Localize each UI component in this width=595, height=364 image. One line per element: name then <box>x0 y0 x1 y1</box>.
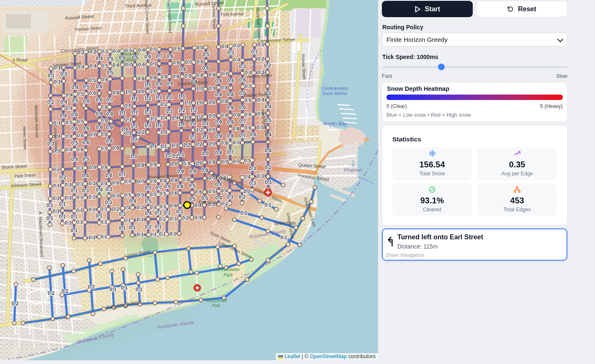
svg-text:0.2: 0.2 <box>48 290 55 296</box>
svg-text:0.1: 0.1 <box>53 195 60 201</box>
svg-text:0.3: 0.3 <box>106 187 113 192</box>
svg-text:0.4: 0.4 <box>124 205 131 211</box>
svg-text:0.6: 0.6 <box>202 65 209 71</box>
svg-text:0.6: 0.6 <box>173 60 180 66</box>
svg-text:0.2: 0.2 <box>240 210 247 216</box>
svg-text:0.4: 0.4 <box>265 104 272 110</box>
svg-text:0.4: 0.4 <box>96 56 103 62</box>
svg-text:0.1: 0.1 <box>65 195 72 201</box>
svg-text:0.7: 0.7 <box>124 179 131 185</box>
svg-text:1.2: 1.2 <box>183 142 191 148</box>
svg-text:1.0: 1.0 <box>209 127 216 133</box>
svg-text:0.8: 0.8 <box>215 150 222 156</box>
svg-text:0.9: 0.9 <box>189 169 196 174</box>
svg-text:0.4: 0.4 <box>71 156 78 162</box>
svg-text:0.6: 0.6 <box>227 78 234 84</box>
svg-text:1.2: 1.2 <box>166 95 173 100</box>
svg-text:0.8: 0.8 <box>101 131 108 137</box>
svg-text:0.8: 0.8 <box>138 76 145 82</box>
svg-text:0.8: 0.8 <box>233 126 240 132</box>
svg-text:0.3: 0.3 <box>77 165 84 171</box>
svg-text:0.4: 0.4 <box>60 99 67 105</box>
svg-text:0.8: 0.8 <box>179 67 186 72</box>
svg-text:0.5: 0.5 <box>77 119 84 125</box>
svg-text:0.2: 0.2 <box>221 201 228 207</box>
svg-text:0.9: 0.9 <box>101 118 108 124</box>
svg-text:0.1: 0.1 <box>100 206 108 212</box>
svg-text:0.4: 0.4 <box>215 182 222 187</box>
svg-text:0.3: 0.3 <box>170 216 177 222</box>
svg-text:0.6: 0.6 <box>195 189 202 195</box>
svg-text:0.4: 0.4 <box>82 173 89 179</box>
svg-text:0.1: 0.1 <box>89 207 96 213</box>
svg-text:1.2: 1.2 <box>196 127 203 133</box>
svg-text:0.1: 0.1 <box>59 214 66 220</box>
svg-text:0.2: 0.2 <box>258 56 265 62</box>
svg-text:0.3: 0.3 <box>60 71 67 77</box>
svg-text:0.3: 0.3 <box>47 141 54 147</box>
svg-text:0.6: 0.6 <box>113 62 120 68</box>
svg-text:0.3: 0.3 <box>239 64 246 69</box>
svg-text:0.9: 0.9 <box>156 81 163 87</box>
svg-text:1.2: 1.2 <box>196 141 203 147</box>
svg-text:0.8: 0.8 <box>221 85 228 91</box>
svg-text:0.7: 0.7 <box>150 61 157 67</box>
svg-text:0.6: 0.6 <box>164 184 171 190</box>
svg-text:1.0: 1.0 <box>144 82 152 88</box>
svg-text:0.2: 0.2 <box>159 216 166 222</box>
svg-text:1.1: 1.1 <box>125 117 132 123</box>
svg-text:0.7: 0.7 <box>155 185 162 191</box>
svg-text:0.1: 0.1 <box>54 79 61 85</box>
svg-text:MacDonald: MacDonald <box>206 298 227 303</box>
svg-text:0.1: 0.1 <box>71 188 78 194</box>
svg-text:0.6: 0.6 <box>112 180 119 186</box>
svg-text:0.3: 0.3 <box>164 210 171 216</box>
svg-text:0.7: 0.7 <box>221 71 228 77</box>
svg-text:0.6: 0.6 <box>96 84 103 90</box>
svg-text:0.5: 0.5 <box>160 204 167 210</box>
svg-text:0.6: 0.6 <box>83 98 90 104</box>
svg-text:0.1: 0.1 <box>46 215 54 221</box>
svg-text:0.9: 0.9 <box>150 162 157 168</box>
svg-text:0.8: 0.8 <box>183 177 190 182</box>
svg-text:0.5: 0.5 <box>107 70 114 76</box>
svg-text:0.4: 0.4 <box>66 92 73 98</box>
svg-text:1.0: 1.0 <box>150 88 157 94</box>
svg-text:Centre: Centre <box>123 57 137 62</box>
svg-text:0.8: 0.8 <box>215 78 222 84</box>
svg-text:0.8: 0.8 <box>221 98 228 104</box>
svg-text:0.1: 0.1 <box>100 219 108 225</box>
svg-text:Nelson Street: Nelson Street <box>211 4 217 29</box>
svg-text:0.5: 0.5 <box>173 46 180 52</box>
svg-text:0.9: 0.9 <box>185 73 192 79</box>
svg-text:0.9: 0.9 <box>161 74 168 80</box>
svg-text:1.0: 1.0 <box>130 154 137 159</box>
svg-text:0.6: 0.6 <box>82 126 90 131</box>
svg-text:0.7: 0.7 <box>137 179 144 185</box>
svg-text:0.1: 0.1 <box>150 232 157 238</box>
svg-text:0.7: 0.7 <box>119 172 126 177</box>
svg-text:0.1: 0.1 <box>77 195 84 200</box>
svg-text:0.4: 0.4 <box>100 181 108 187</box>
svg-text:0.8: 0.8 <box>221 140 228 146</box>
svg-text:0.1: 0.1 <box>195 215 202 220</box>
svg-text:0.8: 0.8 <box>233 112 240 118</box>
svg-text:0.8: 0.8 <box>173 74 180 79</box>
svg-text:0.9: 0.9 <box>227 105 234 111</box>
svg-text:0.6: 0.6 <box>71 112 78 118</box>
svg-text:0.3: 0.3 <box>112 193 119 199</box>
svg-text:0.1: 0.1 <box>46 203 54 208</box>
svg-text:0.4: 0.4 <box>65 147 72 153</box>
svg-text:1.4: 1.4 <box>172 115 179 121</box>
svg-text:0.9: 0.9 <box>221 113 228 118</box>
svg-text:0.6: 0.6 <box>177 184 184 190</box>
svg-text:0.9: 0.9 <box>101 146 108 151</box>
svg-text:0.1: 0.1 <box>65 182 72 188</box>
svg-text:0.1: 0.1 <box>100 234 108 240</box>
svg-text:1.1: 1.1 <box>178 94 185 100</box>
svg-text:0.6: 0.6 <box>77 133 84 138</box>
svg-text:0.8: 0.8 <box>201 167 209 173</box>
svg-text:1.0: 1.0 <box>209 100 216 105</box>
svg-text:0.2: 0.2 <box>182 215 189 221</box>
svg-text:0.5: 0.5 <box>77 91 84 97</box>
